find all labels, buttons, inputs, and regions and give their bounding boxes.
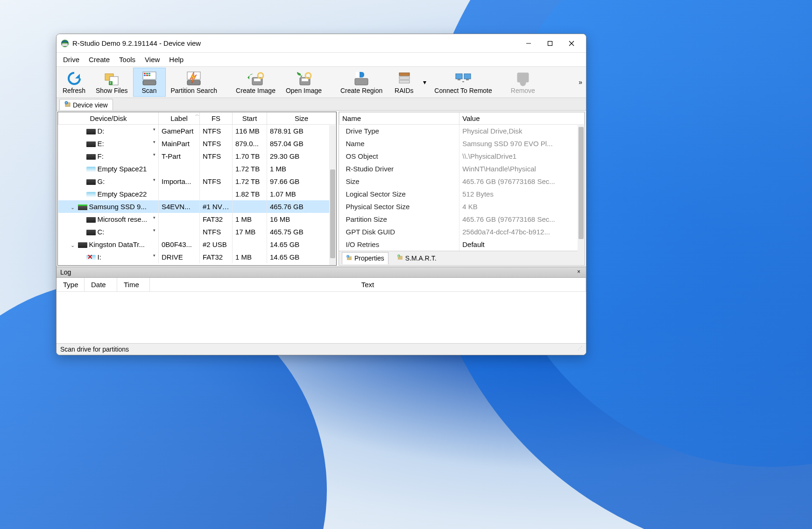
drive-icon: [86, 167, 96, 172]
device-row[interactable]: D:▾GamePartNTFS116 MB878.91 GB: [58, 125, 336, 137]
device-fs: [200, 188, 233, 200]
property-value[interactable]: Default▾: [459, 238, 585, 251]
toolbar-refresh[interactable]: Refresh: [57, 68, 91, 97]
log-column-header[interactable]: Date: [85, 278, 117, 291]
titlebar[interactable]: R-Studio Demo 9.2.191144 - Device view: [56, 34, 586, 53]
dropdown-icon[interactable]: ▾: [153, 253, 155, 258]
device-row[interactable]: C:▾NTFS17 MB465.75 GB: [58, 226, 336, 238]
dropdown-icon[interactable]: ▾: [153, 215, 155, 220]
column-header[interactable]: Start: [233, 113, 267, 125]
device-fs: NTFS: [200, 150, 233, 162]
dropdown-icon[interactable]: ▾: [153, 177, 155, 182]
toolbar-create-region[interactable]: Create Region: [335, 68, 388, 97]
device-row[interactable]: G:▾Importa...NTFS1.72 TB97.66 GB: [58, 175, 336, 188]
tab-smart[interactable]: sS.M.A.R.T.: [393, 252, 440, 264]
property-row[interactable]: Physical Sector Size4 KB: [339, 200, 585, 213]
device-name: E:: [98, 140, 104, 148]
svg-text:i: i: [66, 101, 66, 104]
property-row[interactable]: Size465.76 GB (976773168 Sec...: [339, 175, 585, 188]
property-row[interactable]: GPT Disk GUID256d0a74-dccf-47bc-b912...: [339, 226, 585, 238]
device-row[interactable]: I:▾DRIVEFAT321 MB14.65 GB: [58, 251, 336, 263]
toolbar-overflow[interactable]: »: [576, 68, 585, 97]
property-value: \\.\PhysicalDrive1: [459, 150, 585, 162]
device-row[interactable]: Microsoft rese...▾FAT321 MB16 MB: [58, 213, 336, 226]
property-row[interactable]: R-Studio DriverWinNT\Handle\Physical: [339, 162, 585, 175]
resize-grip-icon[interactable]: ⋰: [578, 346, 582, 353]
svg-text:i: i: [347, 255, 348, 258]
device-row[interactable]: ⌄Samsung SSD 9...S4EVN...#1 NVME, SSD465…: [58, 200, 336, 213]
toolbar-label: Connect To Remote: [434, 87, 492, 94]
remove-icon: [515, 70, 531, 87]
svg-point-6: [73, 83, 75, 85]
device-row[interactable]: Empty Space221.82 TB1.07 MB: [58, 188, 336, 200]
menu-drive[interactable]: Drive: [58, 54, 84, 65]
status-text: Scan drive for partitions: [60, 346, 129, 353]
toolbar-raids[interactable]: RAIDs: [388, 68, 420, 97]
toolbar-open-image[interactable]: Open Image: [281, 68, 327, 97]
drive-icon: [86, 129, 96, 134]
toolbar-create-image[interactable]: Create Image: [231, 68, 281, 97]
expand-toggle[interactable]: ⌄: [71, 205, 76, 211]
dropdown-icon[interactable]: ▾: [153, 140, 155, 144]
property-row[interactable]: Drive TypePhysical Drive,Disk: [339, 125, 585, 137]
toolbar-scan[interactable]: Scan: [133, 68, 166, 97]
openimage-icon: [295, 70, 312, 87]
device-row[interactable]: Empty Space211.72 TB1 MB: [58, 162, 336, 175]
log-column-header[interactable]: Type: [56, 278, 85, 291]
menu-tools[interactable]: Tools: [114, 54, 140, 65]
scrollbar[interactable]: [578, 125, 585, 265]
column-sort-indicator: ︿: [195, 112, 199, 118]
menu-view[interactable]: View: [140, 54, 164, 65]
property-row[interactable]: NameSamsung SSD 970 EVO Pl...: [339, 137, 585, 150]
dropdown-icon[interactable]: ▾: [153, 127, 155, 132]
column-header[interactable]: Name: [339, 113, 459, 125]
tab-device-view[interactable]: i Device view: [59, 99, 113, 110]
device-label: 0B0F43...: [159, 238, 200, 251]
device-table[interactable]: Device/DiskLabelFSStartSize D:▾GamePartN…: [58, 112, 336, 263]
column-header[interactable]: Value: [459, 113, 585, 125]
svg-point-8: [68, 78, 70, 79]
expand-toggle[interactable]: ⌄: [71, 242, 76, 248]
property-value: 465.76 GB (976773168 Sec...: [459, 175, 585, 188]
property-name: Size: [339, 175, 459, 188]
property-row[interactable]: I/O RetriesDefault▾: [339, 238, 585, 251]
device-row[interactable]: F:▾T-PartNTFS1.70 TB29.30 GB: [58, 150, 336, 162]
property-row[interactable]: Logical Sector Size512 Bytes: [339, 188, 585, 200]
device-row[interactable]: ⌄Kingston DataTr...0B0F43...#2 USB14.65 …: [58, 238, 336, 251]
log-column-header[interactable]: Text: [150, 278, 586, 291]
close-button[interactable]: [561, 34, 582, 53]
toolbar-connect-to-remote[interactable]: Connect To Remote: [429, 68, 497, 97]
device-name: D:: [98, 127, 105, 135]
tab-properties[interactable]: iProperties: [342, 252, 388, 264]
dropdown-icon[interactable]: ▾: [153, 228, 155, 233]
property-row[interactable]: Partition Size465.76 GB (976773168 Sec..…: [339, 213, 585, 226]
svg-rect-16: [146, 73, 148, 74]
toolbar-show-files[interactable]: +Show Files: [91, 68, 133, 97]
maximize-button[interactable]: [539, 34, 561, 53]
menu-help[interactable]: Help: [164, 54, 188, 65]
column-header[interactable]: FS: [200, 113, 233, 125]
toolbar-dropdown-arrow[interactable]: ▾: [420, 68, 429, 97]
device-row[interactable]: E:▾MainPartNTFS879.0...857.04 GB: [58, 137, 336, 150]
scrollbar[interactable]: [329, 125, 336, 265]
column-header[interactable]: Label: [159, 113, 200, 125]
properties-table[interactable]: NameValue Drive TypePhysical Drive,DiskN…: [339, 112, 585, 251]
device-label: S4EVN...: [159, 200, 200, 213]
toolbar-partition-search[interactable]: Partition Search: [166, 68, 223, 97]
column-header[interactable]: Size: [267, 113, 336, 125]
toolbar-label: Show Files: [96, 87, 127, 94]
app-window: R-Studio Demo 9.2.191144 - Device view D…: [56, 34, 586, 355]
dropdown-icon[interactable]: ▾: [153, 152, 155, 157]
property-name: OS Object: [339, 150, 459, 162]
property-row[interactable]: OS Object\\.\PhysicalDrive1: [339, 150, 585, 162]
minimize-button[interactable]: [518, 34, 539, 53]
menu-create[interactable]: Create: [84, 54, 114, 65]
column-header[interactable]: Device/Disk: [58, 113, 159, 125]
partsearch-icon: [185, 70, 202, 87]
log-close-button[interactable]: ×: [575, 268, 582, 276]
toolbar-label: Remove: [511, 87, 535, 94]
region-icon: [353, 70, 370, 87]
remote-icon: [455, 70, 472, 87]
log-column-header[interactable]: Time: [117, 278, 150, 291]
device-start: 17 MB: [233, 226, 267, 238]
